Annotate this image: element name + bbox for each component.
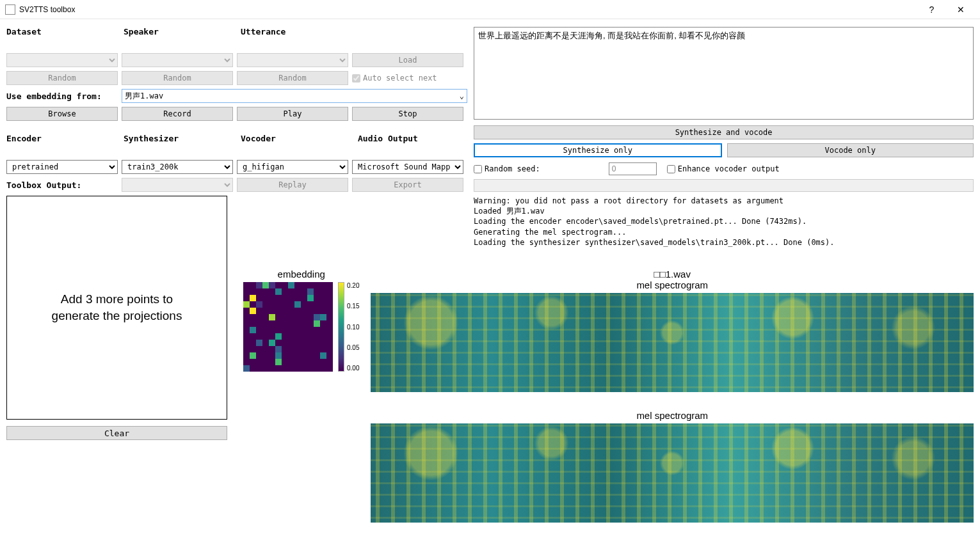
auto-select-next-label: Auto select next	[363, 74, 437, 83]
projections-message: Add 3 more points to generate the projec…	[52, 291, 182, 324]
synthesize-only-button[interactable]: Synthesize only	[474, 143, 722, 157]
use-embedding-from-label: Use embedding from:	[6, 91, 118, 101]
speaker-select[interactable]	[122, 53, 233, 67]
app-icon	[5, 4, 15, 15]
auto-select-next-checkbox[interactable]	[352, 74, 360, 83]
help-button[interactable]: ?	[917, 0, 946, 19]
embedding-from-select[interactable]: 男声1.wav⌄	[122, 89, 467, 103]
vocode-only-button[interactable]: Vocode only	[727, 143, 974, 157]
dataset-select[interactable]	[6, 53, 118, 67]
mel-title-1: mel spectrogram	[371, 280, 974, 290]
export-button[interactable]: Export	[352, 178, 463, 192]
status-bar	[474, 179, 974, 192]
stop-button[interactable]: Stop	[352, 107, 463, 121]
encoder-select[interactable]: pretrained	[6, 160, 118, 174]
clear-button[interactable]: Clear	[6, 426, 227, 440]
random-seed-input[interactable]	[609, 162, 657, 175]
close-button[interactable]: ✕	[946, 0, 975, 19]
synthesizer-label: Synthesizer	[124, 134, 233, 143]
random-seed-checkbox[interactable]	[474, 165, 482, 173]
mel-title-2: mel spectrogram	[371, 410, 974, 421]
play-button[interactable]: Play	[237, 107, 348, 121]
record-button[interactable]: Record	[122, 107, 233, 121]
mel-file-title: □□1.wav	[371, 269, 974, 280]
random-speaker-button[interactable]: Random	[122, 71, 233, 85]
enhance-vocoder-checkbox[interactable]	[667, 165, 675, 173]
log-output: Warning: you did not pass a root directo…	[474, 196, 974, 248]
toolbox-output-select[interactable]	[122, 178, 233, 192]
chevron-down-icon: ⌄	[460, 91, 464, 100]
text-input[interactable]: 世界上最遥远的距离不是天涯海角, 而是我站在你面前, 却看不见你的容颜	[474, 27, 974, 120]
audio-output-label: Audio Output	[358, 134, 467, 143]
projections-panel: Add 3 more points to generate the projec…	[6, 196, 227, 420]
embedding-colorbar	[338, 282, 344, 372]
browse-button[interactable]: Browse	[6, 107, 118, 121]
embedding-heatmap	[243, 282, 333, 372]
window-title: SV2TTS toolbox	[19, 5, 917, 14]
mel-spectrogram-1	[371, 293, 974, 392]
vocoder-label: Vocoder	[241, 134, 350, 143]
dataset-label: Dataset	[6, 27, 116, 36]
replay-button[interactable]: Replay	[237, 178, 348, 192]
speaker-label: Speaker	[124, 27, 233, 36]
random-utterance-button[interactable]: Random	[237, 71, 348, 85]
mel-spectrogram-2	[371, 423, 974, 523]
load-button[interactable]: Load	[352, 53, 463, 67]
utterance-label: Utterance	[241, 27, 350, 36]
synthesizer-select[interactable]: train3_200k	[122, 160, 233, 174]
encoder-label: Encoder	[6, 134, 116, 143]
synthesize-vocode-button[interactable]: Synthesize and vocode	[474, 125, 974, 139]
random-dataset-button[interactable]: Random	[6, 71, 118, 85]
random-seed-label: Random seed:	[485, 164, 540, 173]
utterance-select[interactable]	[237, 53, 348, 67]
audio-output-select[interactable]: Microsoft Sound Mapp	[352, 160, 463, 174]
toolbox-output-label: Toolbox Output:	[6, 178, 118, 192]
enhance-vocoder-label: Enhance vocoder output	[678, 164, 780, 173]
vocoder-select[interactable]: g_hifigan	[237, 160, 348, 174]
embedding-plot-title: embedding	[243, 269, 359, 280]
